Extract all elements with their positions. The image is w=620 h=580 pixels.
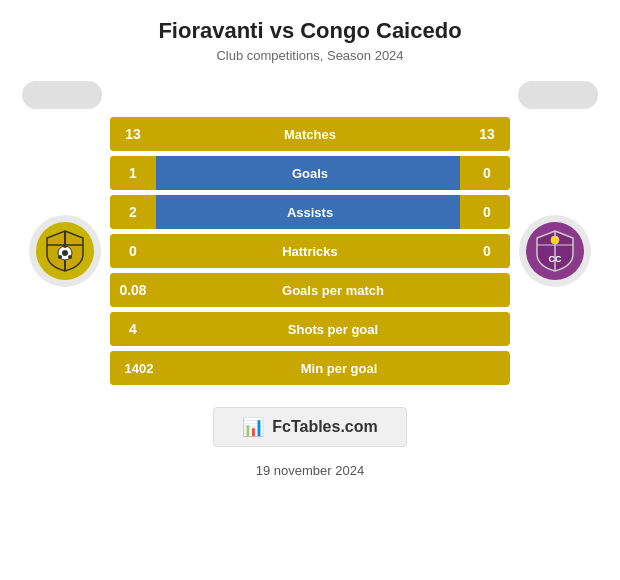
stat-row-assists: 2 Assists 0 <box>110 195 510 229</box>
hattricks-label: Hattricks <box>156 244 464 259</box>
assists-label: Assists <box>156 205 464 220</box>
min-per-goal-label: Min per goal <box>168 361 510 376</box>
shots-per-goal-val: 4 <box>110 312 156 346</box>
stat-row-shots-per-goal: 4 Shots per goal <box>110 312 510 346</box>
goals-right-val: 0 <box>464 156 510 190</box>
matches-left-val: 13 <box>110 117 156 151</box>
matches-label: Matches <box>156 127 464 142</box>
watermark-text: FcTables.com <box>272 418 378 436</box>
stat-row-goals: 1 Goals 0 <box>110 156 510 190</box>
stat-row-goals-per-match: 0.08 Goals per match <box>110 273 510 307</box>
hattricks-right-val: 0 <box>464 234 510 268</box>
left-team-crest-icon <box>46 230 84 272</box>
logo-left <box>29 215 101 287</box>
footer-date: 19 november 2024 <box>256 463 364 478</box>
assists-right-val: 0 <box>464 195 510 229</box>
stat-row-hattricks: 0 Hattricks 0 <box>110 234 510 268</box>
watermark-icon: 📊 <box>242 416 264 438</box>
stats-area: 13 Matches 13 1 Goals 0 2 Assists 0 0 <box>110 117 510 385</box>
stat-row-min-per-goal: 1402 Min per goal <box>110 351 510 385</box>
badge-left <box>22 81 102 109</box>
logo-left-area <box>20 215 110 287</box>
goals-label: Goals <box>156 166 464 181</box>
goals-left-val: 1 <box>110 156 156 190</box>
goals-per-match-val: 0.08 <box>110 273 156 307</box>
page-subtitle: Club competitions, Season 2024 <box>216 48 403 63</box>
assists-left-val: 2 <box>110 195 156 229</box>
svg-point-3 <box>58 255 62 259</box>
svg-point-2 <box>63 244 67 248</box>
stat-row-matches: 13 Matches 13 <box>110 117 510 151</box>
hattricks-left-val: 0 <box>110 234 156 268</box>
logo-right: CC <box>519 215 591 287</box>
page-title: Fioravanti vs Congo Caicedo <box>158 18 461 44</box>
watermark-area: 📊 FcTables.com <box>213 407 407 447</box>
watermark-box: 📊 FcTables.com <box>213 407 407 447</box>
min-per-goal-val: 1402 <box>110 351 168 385</box>
goals-per-match-label: Goals per match <box>156 283 510 298</box>
svg-point-1 <box>62 250 68 256</box>
shots-per-goal-label: Shots per goal <box>156 322 510 337</box>
badge-right <box>518 81 598 109</box>
comparison-section: 13 Matches 13 1 Goals 0 2 Assists 0 0 <box>20 117 600 385</box>
top-badges-row <box>20 81 600 109</box>
matches-right-val: 13 <box>464 117 510 151</box>
svg-text:CC: CC <box>549 254 562 264</box>
svg-point-6 <box>551 236 559 244</box>
svg-point-4 <box>68 255 72 259</box>
right-team-crest-icon: CC <box>536 230 574 272</box>
logo-right-area: CC <box>510 215 600 287</box>
